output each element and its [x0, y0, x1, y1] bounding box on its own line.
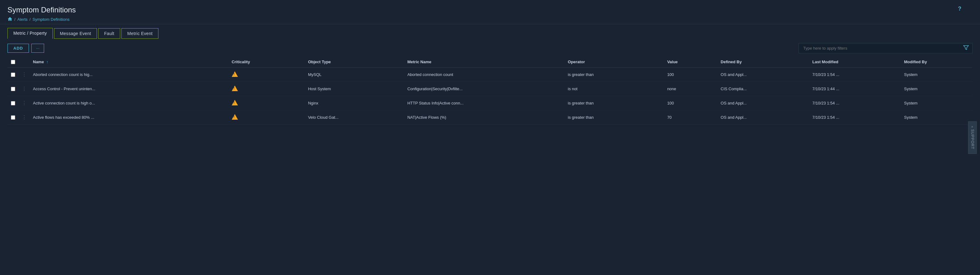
- row-metric-name: NAT|Active Flows (%): [404, 111, 565, 125]
- col-header-last-modified[interactable]: Last Modified: [809, 57, 901, 68]
- row-name: Active flows has exceeded 80% ...: [30, 111, 229, 125]
- support-label: SUPPORT: [970, 129, 974, 149]
- sort-arrow-name: ↑: [46, 60, 48, 64]
- row-defined-by: CIS Complia...: [718, 82, 809, 96]
- breadcrumb-alerts[interactable]: Alerts: [18, 17, 28, 22]
- row-last-modified: 7/10/23 1:54 ...: [809, 111, 901, 125]
- col-header-drag: [19, 57, 30, 68]
- row-checkbox-1[interactable]: [11, 87, 15, 91]
- col-header-name[interactable]: Name ↑: [30, 57, 229, 68]
- row-criticality: [229, 111, 305, 125]
- select-all-checkbox[interactable]: [11, 60, 15, 64]
- drag-handle[interactable]: ⋮: [22, 86, 27, 92]
- tab-metric-property[interactable]: Metric / Property: [8, 28, 53, 39]
- row-modified-by: System: [901, 111, 972, 125]
- row-value: 100: [664, 68, 718, 82]
- row-last-modified: 7/10/23 1:44 ...: [809, 82, 901, 96]
- warning-icon: [232, 71, 238, 77]
- row-defined-by: OS and Appl...: [718, 68, 809, 82]
- row-criticality: [229, 82, 305, 96]
- filter-input-wrap: [799, 43, 972, 53]
- col-header-criticality[interactable]: Criticality: [229, 57, 305, 68]
- table-wrap: Name ↑ Criticality Object Type Metric Na…: [0, 57, 980, 275]
- support-arrow-icon: «: [971, 126, 974, 128]
- row-checkbox-0[interactable]: [11, 73, 15, 77]
- table-row: ⋮Aborted connection count is hig...MySQL…: [8, 68, 972, 82]
- row-object-type: MySQL: [305, 68, 404, 82]
- breadcrumb-sep-1: /: [14, 17, 16, 22]
- row-object-type: Nginx: [305, 96, 404, 111]
- tab-metric-event[interactable]: Metric Event: [121, 28, 158, 39]
- row-value: none: [664, 82, 718, 96]
- row-operator: is greater than: [565, 68, 664, 82]
- row-metric-name: HTTP Status Info|Active conn...: [404, 96, 565, 111]
- col-header-metric-name[interactable]: Metric Name: [404, 57, 565, 68]
- toolbar-left: ADD ···: [8, 44, 44, 53]
- tab-message-event[interactable]: Message Event: [54, 28, 97, 39]
- row-modified-by: System: [901, 68, 972, 82]
- warning-icon: [232, 114, 238, 120]
- row-name: Active connection count is high o...: [30, 96, 229, 111]
- warning-icon: [232, 85, 238, 91]
- breadcrumb: / Alerts / Symptom Definitions: [8, 17, 972, 22]
- row-defined-by: OS and Appl...: [718, 111, 809, 125]
- row-criticality: [229, 96, 305, 111]
- drag-handle[interactable]: ⋮: [22, 72, 27, 77]
- breadcrumb-sep-2: /: [30, 17, 31, 22]
- row-operator: is greater than: [565, 96, 664, 111]
- filter-input[interactable]: [799, 43, 972, 53]
- table-row: ⋮Active flows has exceeded 80% ...Velo C…: [8, 111, 972, 125]
- header: Symptom Definitions / Alerts / Symptom D…: [0, 0, 980, 24]
- warning-icon: [232, 100, 238, 106]
- tabs-row: Metric / Property Message Event Fault Me…: [0, 24, 980, 39]
- col-header-modified-by[interactable]: Modified By: [901, 57, 972, 68]
- drag-handle[interactable]: ⋮: [22, 115, 27, 120]
- row-metric-name: Configuration|Security|Dvfilte...: [404, 82, 565, 96]
- row-last-modified: 7/10/23 1:54 ...: [809, 96, 901, 111]
- add-button[interactable]: ADD: [8, 44, 29, 53]
- symptom-table: Name ↑ Criticality Object Type Metric Na…: [8, 57, 972, 125]
- row-object-type: Host System: [305, 82, 404, 96]
- drag-handle[interactable]: ⋮: [22, 100, 27, 106]
- row-value: 100: [664, 96, 718, 111]
- toolbar-right: [799, 43, 972, 53]
- row-defined-by: OS and Appl...: [718, 96, 809, 111]
- page-container: Symptom Definitions / Alerts / Symptom D…: [0, 0, 980, 275]
- support-tab[interactable]: « SUPPORT: [968, 121, 977, 154]
- row-name: Access Control - Prevent uninten...: [30, 82, 229, 96]
- page-title: Symptom Definitions: [8, 6, 972, 14]
- col-name-label: Name: [33, 60, 44, 64]
- breadcrumb-current[interactable]: Symptom Definitions: [32, 17, 69, 22]
- col-header-operator[interactable]: Operator: [565, 57, 664, 68]
- row-checkbox-2[interactable]: [11, 101, 15, 106]
- row-last-modified: 7/10/23 1:54 ...: [809, 68, 901, 82]
- row-modified-by: System: [901, 96, 972, 111]
- help-button[interactable]: ?: [958, 6, 961, 12]
- row-value: 70: [664, 111, 718, 125]
- row-checkbox-3[interactable]: [11, 115, 15, 120]
- col-header-object-type[interactable]: Object Type: [305, 57, 404, 68]
- row-operator: is greater than: [565, 111, 664, 125]
- col-header-value[interactable]: Value: [664, 57, 718, 68]
- col-header-defined-by[interactable]: Defined By: [718, 57, 809, 68]
- row-name: Aborted connection count is hig...: [30, 68, 229, 82]
- table-body: ⋮Aborted connection count is hig...MySQL…: [8, 68, 972, 125]
- row-modified-by: System: [901, 82, 972, 96]
- row-operator: is not: [565, 82, 664, 96]
- tab-fault[interactable]: Fault: [98, 28, 120, 39]
- more-button[interactable]: ···: [31, 44, 44, 53]
- filter-icon: [963, 45, 969, 52]
- table-row: ⋮Access Control - Prevent uninten...Host…: [8, 82, 972, 96]
- row-object-type: Velo Cloud Gat...: [305, 111, 404, 125]
- col-header-checkbox: [8, 57, 19, 68]
- table-header-row: Name ↑ Criticality Object Type Metric Na…: [8, 57, 972, 68]
- row-metric-name: Aborted connection count: [404, 68, 565, 82]
- toolbar: ADD ···: [0, 39, 980, 57]
- row-criticality: [229, 68, 305, 82]
- breadcrumb-home[interactable]: [8, 17, 13, 22]
- table-row: ⋮Active connection count is high o...Ngi…: [8, 96, 972, 111]
